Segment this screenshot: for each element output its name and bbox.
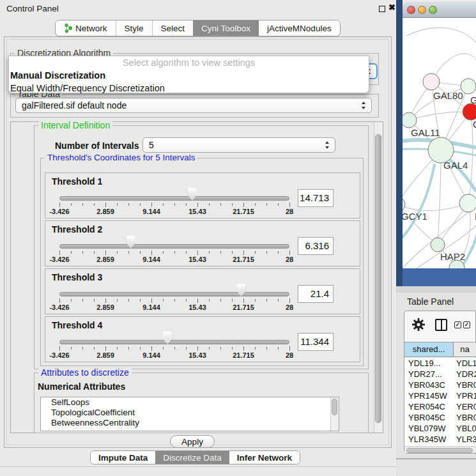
network-node-h[interactable] bbox=[459, 194, 476, 212]
threshold-slider-track[interactable] bbox=[59, 244, 289, 249]
close-traffic-light-icon[interactable] bbox=[407, 6, 415, 14]
tick-mark bbox=[163, 203, 164, 206]
tick-mark bbox=[278, 203, 279, 206]
tab-select[interactable]: Select bbox=[153, 20, 194, 36]
network-canvas[interactable]: GAL80GCGAL11GAL4GCY1HHAP2 bbox=[403, 18, 476, 268]
tick-label: 2.859 bbox=[86, 351, 125, 359]
threshold-slider-track[interactable] bbox=[59, 196, 289, 201]
attribute-list-item[interactable]: SelfLoops bbox=[41, 397, 339, 408]
attributes-list[interactable]: SelfLoopsTopologicalCoefficientBetweenne… bbox=[40, 397, 339, 431]
network-node-hap2[interactable] bbox=[431, 238, 445, 252]
network-edge[interactable] bbox=[406, 27, 476, 45]
tick-mark bbox=[209, 347, 210, 349]
bottom-tab-impute-data[interactable]: Impute Data bbox=[91, 451, 155, 464]
network-node-c[interactable] bbox=[463, 104, 476, 120]
tick-mark bbox=[82, 299, 83, 302]
spinner-arrows-icon bbox=[325, 141, 330, 149]
table-row[interactable]: YDR27...YDR2 bbox=[404, 369, 476, 380]
threshold-value-field[interactable]: 6.316 bbox=[298, 237, 334, 255]
tab-cyni-toolbox[interactable]: Cyni Toolbox bbox=[193, 20, 259, 36]
tick-mark bbox=[209, 299, 210, 302]
table-row[interactable]: YLR345WYLR3 bbox=[404, 434, 476, 445]
tick-label: -3.426 bbox=[40, 303, 79, 311]
network-node-gcy1[interactable] bbox=[403, 197, 405, 212]
network-node-gal11[interactable] bbox=[403, 112, 417, 128]
attributes-scrollbar-thumb[interactable] bbox=[332, 399, 337, 415]
bottom-tab-infer-network[interactable]: Infer Network bbox=[229, 451, 300, 464]
attributes-list-scrollbar[interactable] bbox=[330, 397, 339, 431]
tick-mark bbox=[197, 203, 198, 207]
tick-label: 2.859 bbox=[86, 256, 125, 263]
table-row[interactable]: YBR045CYBR0 bbox=[404, 412, 476, 423]
tab-network[interactable]: Network bbox=[56, 20, 116, 36]
gear-icon[interactable] bbox=[412, 318, 425, 331]
tick-mark bbox=[105, 298, 106, 303]
split-columns-icon[interactable] bbox=[435, 319, 447, 331]
thresholds-group: Threshold's Coordinates for 5 Intervals … bbox=[40, 158, 364, 366]
network-edge[interactable] bbox=[438, 150, 441, 245]
tick-label: 15.43 bbox=[178, 303, 217, 311]
column-header-shared-name[interactable]: shared... bbox=[404, 342, 454, 357]
tick-mark bbox=[255, 251, 256, 254]
num-intervals-combobox[interactable]: 5 bbox=[142, 137, 335, 153]
table-row[interactable]: YDL19...YDL1 bbox=[404, 358, 476, 369]
attribute-list-item[interactable]: BetweennessCentrality bbox=[41, 418, 339, 428]
network-window-titlebar[interactable] bbox=[403, 2, 476, 18]
threshold-value-field[interactable]: 14.713 bbox=[298, 189, 334, 207]
table-row[interactable]: YBL079WYBL0 bbox=[404, 423, 476, 434]
threshold-value-field[interactable]: 21.4 bbox=[298, 285, 334, 303]
dropdown-item[interactable]: Manual Discretization bbox=[10, 69, 368, 82]
network-node-g[interactable] bbox=[461, 79, 476, 94]
attribute-list-item[interactable]: TopologicalCoefficient bbox=[41, 408, 339, 418]
tick-label: -3.426 bbox=[40, 208, 79, 215]
network-node-gal80[interactable] bbox=[423, 73, 440, 90]
table-row[interactable]: YBR043CYBR0 bbox=[404, 380, 476, 390]
tick-mark bbox=[266, 203, 267, 206]
tick-label: 9.144 bbox=[132, 256, 171, 263]
threshold-slider-track[interactable] bbox=[59, 340, 289, 344]
network-graph-icon bbox=[64, 23, 72, 33]
network-node-label: C bbox=[473, 119, 476, 130]
bottom-tab-discretize-data[interactable]: Discretize Data bbox=[155, 451, 229, 464]
column-header-name[interactable]: na bbox=[454, 342, 476, 357]
apply-button[interactable]: Apply bbox=[170, 435, 215, 448]
tab-label: Network bbox=[75, 24, 107, 33]
checkbox-icon[interactable]: ✓ bbox=[463, 321, 470, 328]
table-row[interactable]: YPR145WYPR1 bbox=[404, 390, 476, 401]
zoom-traffic-light-icon[interactable] bbox=[429, 6, 437, 14]
tick-mark bbox=[94, 347, 95, 349]
close-icon[interactable]: ✖ bbox=[388, 3, 395, 12]
threshold-slider-track[interactable] bbox=[59, 292, 289, 296]
network-edge[interactable] bbox=[468, 112, 473, 203]
group-title-interval-definition: Interval Definition bbox=[38, 120, 112, 130]
tick-mark bbox=[94, 251, 95, 254]
tick-mark bbox=[255, 347, 256, 349]
network-node-gal4[interactable] bbox=[428, 137, 454, 163]
network-edge-highlighted[interactable] bbox=[403, 165, 434, 243]
tick-label: -3.426 bbox=[40, 351, 79, 359]
tick-mark bbox=[232, 251, 233, 254]
tab-style[interactable]: Style bbox=[116, 20, 153, 36]
table-cell: YLR3 bbox=[454, 434, 476, 445]
horizontal-scrollbar[interactable] bbox=[404, 446, 476, 453]
table-cell: YER054C bbox=[404, 401, 454, 412]
float-window-icon[interactable] bbox=[379, 6, 385, 12]
threshold-value-field[interactable]: 11.344 bbox=[298, 333, 334, 351]
tick-mark bbox=[151, 298, 152, 303]
table-data-combobox[interactable]: galFiltered.sif default node bbox=[15, 98, 372, 113]
tick-mark bbox=[151, 250, 152, 255]
table-panel-title: Table Panel bbox=[407, 296, 454, 307]
dropdown-item[interactable]: Equal Width/Frequency Discretization bbox=[10, 82, 368, 95]
table-cell: YBR045C bbox=[404, 412, 454, 423]
tick-label: 28 bbox=[270, 256, 309, 263]
network-edge[interactable] bbox=[409, 112, 471, 120]
table-row[interactable]: YER054CYER0 bbox=[404, 401, 476, 412]
checkbox-icon[interactable]: ✓ bbox=[454, 321, 461, 328]
minimize-traffic-light-icon[interactable] bbox=[418, 6, 426, 14]
tick-mark bbox=[289, 298, 290, 303]
vertical-scrollbar-thumb[interactable] bbox=[375, 134, 381, 423]
horizontal-scrollbar-thumb[interactable] bbox=[406, 448, 473, 453]
network-edge[interactable] bbox=[403, 203, 468, 211]
tab-jactivemnodules[interactable]: jActiveMNodules bbox=[259, 20, 340, 36]
threshold-panel: Threshold 1-3.4262.8599.14415.4321.71528… bbox=[45, 173, 360, 219]
